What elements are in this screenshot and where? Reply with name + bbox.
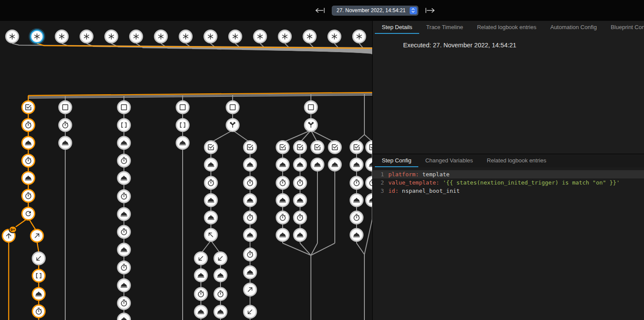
node-service[interactable] [194,268,208,282]
node-brackets[interactable] [117,118,131,132]
node-asterisk[interactable] [80,30,93,43]
node-service[interactable] [350,228,364,242]
node-checkbox[interactable] [204,140,218,154]
node-asterisk[interactable] [303,30,317,43]
node-service[interactable] [21,171,35,185]
node-checkbox[interactable] [276,140,290,154]
node-service[interactable] [350,193,364,207]
node-arrow-up-right[interactable] [243,283,257,297]
node-timer[interactable] [58,118,72,132]
tab-trace-timeline[interactable]: Trace Timeline [419,21,470,34]
node-service[interactable] [117,243,131,257]
node-service[interactable] [293,193,307,207]
node-split[interactable] [304,118,318,132]
node-service[interactable] [243,193,257,207]
node-timer[interactable] [350,211,364,224]
node-timer[interactable] [276,211,290,224]
node-brackets[interactable] [32,269,46,283]
node-asterisk[interactable] [327,30,341,43]
tab-automation-config[interactable]: Automation Config [543,21,604,34]
node-refresh[interactable] [21,207,35,221]
node-timer[interactable] [21,189,35,203]
node-arrow-up-left[interactable] [204,228,218,242]
node-brackets[interactable] [176,118,190,132]
node-service[interactable] [117,136,131,150]
node-timer[interactable] [194,287,208,301]
node-service[interactable] [204,193,218,207]
node-checkbox[interactable] [350,140,364,154]
node-arrow-down-left[interactable] [32,251,46,265]
node-timer[interactable] [32,304,46,318]
node-timer[interactable] [243,211,257,224]
node-square[interactable] [58,100,72,114]
node-timer[interactable] [117,225,131,239]
node-service[interactable] [117,278,131,292]
node-checkbox[interactable] [21,100,35,114]
node-service[interactable] [243,228,257,242]
trace-graph[interactable]: 9+ [0,0,372,320]
node-timer[interactable] [350,176,364,190]
node-service[interactable] [310,158,324,172]
node-square[interactable] [226,100,240,114]
node-timer[interactable] [243,247,257,261]
node-service[interactable] [21,136,35,150]
node-service[interactable] [176,136,190,150]
node-checkbox[interactable] [310,140,324,154]
node-service[interactable] [293,158,307,172]
node-square[interactable] [117,100,131,114]
node-arrow-down-left[interactable] [243,305,257,319]
tab-changed-variables[interactable]: Changed Variables [418,154,480,167]
node-timer[interactable] [243,176,257,190]
tab-related-logbook-entries[interactable]: Related logbook entries [480,154,554,167]
node-service[interactable] [276,193,290,207]
node-service[interactable] [293,228,307,242]
node-asterisk[interactable] [104,30,118,43]
node-arrow-down-left[interactable] [214,251,227,265]
node-split[interactable] [226,118,240,132]
node-timer[interactable] [204,176,218,190]
node-timer[interactable] [117,261,131,274]
node-service[interactable] [328,158,342,172]
node-timer[interactable] [293,176,307,190]
node-arrow-up-right[interactable] [30,229,44,243]
node-timer[interactable] [21,154,35,168]
node-service[interactable] [350,158,364,172]
node-service[interactable] [204,158,218,172]
node-asterisk[interactable] [30,30,44,43]
node-service[interactable] [32,287,46,301]
node-checkbox[interactable] [293,140,307,154]
node-service[interactable] [204,211,218,224]
trace-select[interactable]: 27. November 2022, 14:54:21 [332,6,418,16]
node-timer[interactable] [276,176,290,190]
node-asterisk[interactable] [228,30,242,43]
node-asterisk[interactable] [55,30,69,43]
node-timer[interactable] [117,296,131,310]
node-square[interactable] [176,100,190,114]
node-service[interactable] [243,158,257,172]
tab-step-config[interactable]: Step Config [375,154,418,167]
node-service[interactable] [194,305,208,319]
node-asterisk[interactable] [179,30,193,43]
node-service[interactable] [243,265,257,279]
node-timer[interactable] [117,154,131,168]
node-square[interactable] [304,100,318,114]
node-arrow-down-left[interactable] [194,251,208,265]
node-service[interactable] [58,136,72,150]
node-asterisk[interactable] [204,30,217,43]
node-arrow-up[interactable]: 9+ [2,229,16,243]
previous-trace-button[interactable] [314,7,326,14]
node-asterisk[interactable] [253,30,267,43]
tab-related-logbook-entries[interactable]: Related logbook entries [470,21,544,34]
node-asterisk[interactable] [129,30,143,43]
code-editor[interactable]: 1platform: template2value_template: '{{ … [373,167,644,320]
node-timer[interactable] [214,287,227,301]
next-trace-button[interactable] [424,7,436,14]
tab-blueprint-config[interactable]: Blueprint Config [604,21,644,34]
node-checkbox[interactable] [328,140,342,154]
node-service[interactable] [214,305,227,319]
node-service[interactable] [117,207,131,221]
node-asterisk[interactable] [352,30,366,43]
node-service[interactable] [276,158,290,172]
node-checkbox[interactable] [243,140,257,154]
node-asterisk[interactable] [154,30,168,43]
